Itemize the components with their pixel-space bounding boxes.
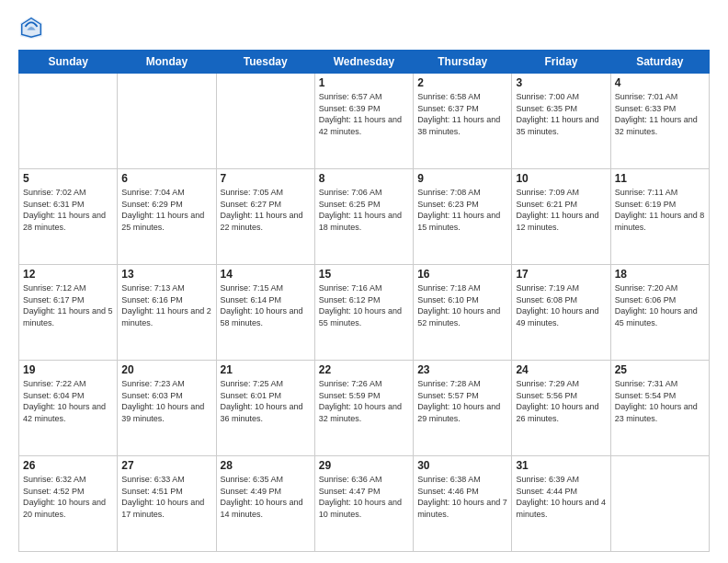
day-number: 10: [516, 172, 606, 185]
calendar-cell: [19, 74, 118, 169]
day-number: 13: [121, 268, 211, 281]
calendar-cell: 11Sunrise: 7:11 AM Sunset: 6:19 PM Dayli…: [610, 169, 709, 265]
day-number: 18: [615, 268, 705, 281]
calendar-cell: 3Sunrise: 7:00 AM Sunset: 6:35 PM Daylig…: [512, 74, 610, 169]
calendar-cell: 8Sunrise: 7:06 AM Sunset: 6:25 PM Daylig…: [314, 169, 413, 265]
calendar-cell: [118, 74, 216, 169]
calendar-cell: 21Sunrise: 7:25 AM Sunset: 6:01 PM Dayli…: [216, 361, 314, 456]
day-number: 27: [121, 459, 211, 472]
calendar-cell: 29Sunrise: 6:36 AM Sunset: 4:47 PM Dayli…: [314, 456, 413, 552]
calendar-header-friday: Friday: [512, 51, 610, 74]
day-info: Sunrise: 6:33 AM Sunset: 4:51 PM Dayligh…: [121, 474, 211, 520]
logo-icon: [18, 15, 44, 40]
calendar-cell: 12Sunrise: 7:12 AM Sunset: 6:17 PM Dayli…: [19, 265, 118, 361]
calendar-header-row: SundayMondayTuesdayWednesdayThursdayFrid…: [19, 51, 710, 74]
calendar-cell: 6Sunrise: 7:04 AM Sunset: 6:29 PM Daylig…: [118, 169, 216, 265]
day-info: Sunrise: 7:29 AM Sunset: 5:56 PM Dayligh…: [516, 378, 606, 424]
day-number: 28: [221, 459, 311, 472]
day-number: 11: [615, 172, 705, 185]
day-info: Sunrise: 7:16 AM Sunset: 6:12 PM Dayligh…: [319, 282, 409, 328]
calendar-header-thursday: Thursday: [414, 51, 512, 74]
calendar-header-sunday: Sunday: [19, 51, 118, 74]
day-number: 26: [23, 459, 113, 472]
day-number: 5: [23, 172, 113, 185]
header: [18, 15, 710, 40]
day-number: 8: [319, 172, 409, 185]
day-number: 16: [417, 268, 507, 281]
calendar-cell: 5Sunrise: 7:02 AM Sunset: 6:31 PM Daylig…: [19, 169, 118, 265]
day-info: Sunrise: 7:08 AM Sunset: 6:23 PM Dayligh…: [417, 187, 507, 233]
day-number: 17: [516, 268, 606, 281]
calendar-header-monday: Monday: [118, 51, 216, 74]
day-number: 29: [319, 459, 409, 472]
calendar-cell: 28Sunrise: 6:35 AM Sunset: 4:49 PM Dayli…: [216, 456, 314, 552]
calendar-week-row: 19Sunrise: 7:22 AM Sunset: 6:04 PM Dayli…: [19, 361, 710, 456]
day-info: Sunrise: 7:05 AM Sunset: 6:27 PM Dayligh…: [221, 187, 311, 233]
calendar-cell: 9Sunrise: 7:08 AM Sunset: 6:23 PM Daylig…: [414, 169, 512, 265]
day-info: Sunrise: 7:22 AM Sunset: 6:04 PM Dayligh…: [23, 378, 113, 424]
day-info: Sunrise: 7:06 AM Sunset: 6:25 PM Dayligh…: [319, 187, 409, 233]
day-info: Sunrise: 7:12 AM Sunset: 6:17 PM Dayligh…: [23, 282, 113, 328]
day-info: Sunrise: 7:13 AM Sunset: 6:16 PM Dayligh…: [121, 282, 211, 328]
calendar-cell: 23Sunrise: 7:28 AM Sunset: 5:57 PM Dayli…: [414, 361, 512, 456]
calendar-cell: 30Sunrise: 6:38 AM Sunset: 4:46 PM Dayli…: [414, 456, 512, 552]
calendar-cell: 13Sunrise: 7:13 AM Sunset: 6:16 PM Dayli…: [118, 265, 216, 361]
calendar-cell: 17Sunrise: 7:19 AM Sunset: 6:08 PM Dayli…: [512, 265, 610, 361]
calendar-cell: 16Sunrise: 7:18 AM Sunset: 6:10 PM Dayli…: [414, 265, 512, 361]
day-number: 20: [121, 363, 211, 376]
day-info: Sunrise: 7:20 AM Sunset: 6:06 PM Dayligh…: [615, 282, 705, 328]
calendar-cell: 14Sunrise: 7:15 AM Sunset: 6:14 PM Dayli…: [216, 265, 314, 361]
calendar-header-tuesday: Tuesday: [216, 51, 314, 74]
day-info: Sunrise: 7:09 AM Sunset: 6:21 PM Dayligh…: [516, 187, 606, 233]
day-info: Sunrise: 6:58 AM Sunset: 6:37 PM Dayligh…: [417, 91, 507, 137]
day-number: 4: [615, 76, 705, 89]
day-number: 3: [516, 76, 606, 89]
day-info: Sunrise: 7:23 AM Sunset: 6:03 PM Dayligh…: [121, 378, 211, 424]
day-number: 15: [319, 268, 409, 281]
day-info: Sunrise: 7:18 AM Sunset: 6:10 PM Dayligh…: [417, 282, 507, 328]
day-info: Sunrise: 6:35 AM Sunset: 4:49 PM Dayligh…: [221, 474, 311, 520]
calendar-week-row: 12Sunrise: 7:12 AM Sunset: 6:17 PM Dayli…: [19, 265, 710, 361]
page: SundayMondayTuesdayWednesdayThursdayFrid…: [0, 0, 728, 563]
calendar-cell: 7Sunrise: 7:05 AM Sunset: 6:27 PM Daylig…: [216, 169, 314, 265]
day-info: Sunrise: 7:25 AM Sunset: 6:01 PM Dayligh…: [221, 378, 311, 424]
calendar-cell: 27Sunrise: 6:33 AM Sunset: 4:51 PM Dayli…: [118, 456, 216, 552]
day-number: 6: [121, 172, 211, 185]
day-number: 22: [319, 363, 409, 376]
day-info: Sunrise: 6:39 AM Sunset: 4:44 PM Dayligh…: [516, 474, 606, 520]
logo: [18, 15, 50, 40]
day-number: 1: [319, 76, 409, 89]
day-info: Sunrise: 7:15 AM Sunset: 6:14 PM Dayligh…: [221, 282, 311, 328]
day-info: Sunrise: 7:00 AM Sunset: 6:35 PM Dayligh…: [516, 91, 606, 137]
calendar-cell: [610, 456, 709, 552]
calendar-cell: 1Sunrise: 6:57 AM Sunset: 6:39 PM Daylig…: [314, 74, 413, 169]
day-number: 12: [23, 268, 113, 281]
calendar-cell: 15Sunrise: 7:16 AM Sunset: 6:12 PM Dayli…: [314, 265, 413, 361]
day-info: Sunrise: 7:02 AM Sunset: 6:31 PM Dayligh…: [23, 187, 113, 233]
calendar-cell: 25Sunrise: 7:31 AM Sunset: 5:54 PM Dayli…: [610, 361, 709, 456]
day-info: Sunrise: 7:11 AM Sunset: 6:19 PM Dayligh…: [615, 187, 705, 233]
day-info: Sunrise: 6:32 AM Sunset: 4:52 PM Dayligh…: [23, 474, 113, 520]
calendar-week-row: 1Sunrise: 6:57 AM Sunset: 6:39 PM Daylig…: [19, 74, 710, 169]
calendar-cell: 26Sunrise: 6:32 AM Sunset: 4:52 PM Dayli…: [19, 456, 118, 552]
day-number: 19: [23, 363, 113, 376]
calendar-cell: 22Sunrise: 7:26 AM Sunset: 5:59 PM Dayli…: [314, 361, 413, 456]
day-number: 9: [417, 172, 507, 185]
day-info: Sunrise: 6:57 AM Sunset: 6:39 PM Dayligh…: [319, 91, 409, 137]
calendar-cell: 18Sunrise: 7:20 AM Sunset: 6:06 PM Dayli…: [610, 265, 709, 361]
day-number: 14: [221, 268, 311, 281]
calendar-week-row: 26Sunrise: 6:32 AM Sunset: 4:52 PM Dayli…: [19, 456, 710, 552]
day-number: 30: [417, 459, 507, 472]
calendar-table: SundayMondayTuesdayWednesdayThursdayFrid…: [18, 50, 710, 552]
calendar-cell: 2Sunrise: 6:58 AM Sunset: 6:37 PM Daylig…: [414, 74, 512, 169]
calendar-cell: [216, 74, 314, 169]
calendar-header-wednesday: Wednesday: [314, 51, 413, 74]
calendar-cell: 24Sunrise: 7:29 AM Sunset: 5:56 PM Dayli…: [512, 361, 610, 456]
calendar-cell: 10Sunrise: 7:09 AM Sunset: 6:21 PM Dayli…: [512, 169, 610, 265]
day-number: 7: [221, 172, 311, 185]
day-number: 2: [417, 76, 507, 89]
day-number: 31: [516, 459, 606, 472]
calendar-week-row: 5Sunrise: 7:02 AM Sunset: 6:31 PM Daylig…: [19, 169, 710, 265]
day-number: 24: [516, 363, 606, 376]
calendar-header-saturday: Saturday: [610, 51, 709, 74]
